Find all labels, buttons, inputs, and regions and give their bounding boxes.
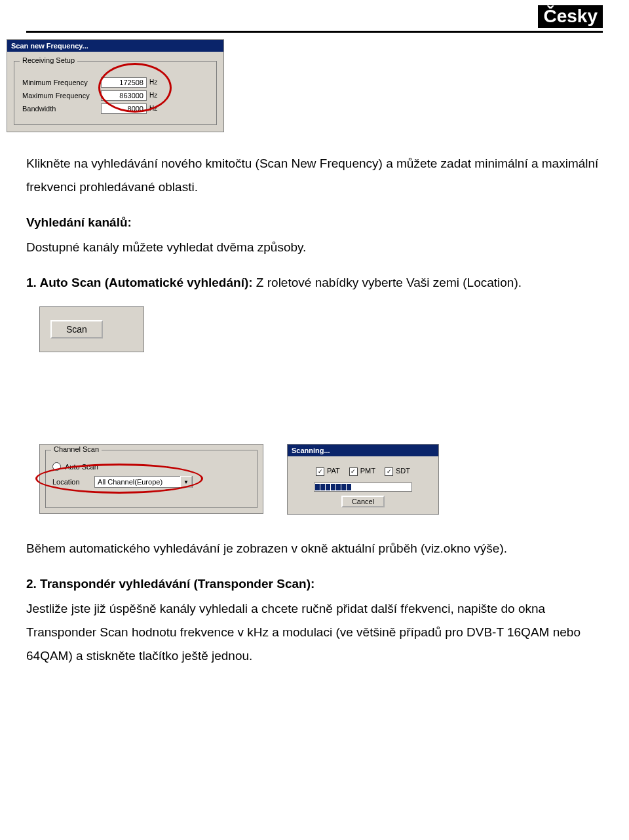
channel-scan-groupbox: Channel Scan Auto Scan Location All Chan… bbox=[45, 450, 257, 508]
sdt-check[interactable]: ✓SDT bbox=[385, 467, 410, 476]
heading-search-channels: Vyhledání kanálů: bbox=[26, 211, 603, 234]
unit-hz: Hz bbox=[149, 79, 157, 86]
channel-scan-window: Channel Scan Auto Scan Location All Chan… bbox=[39, 444, 263, 514]
scan-button-figure: Scan bbox=[39, 306, 144, 352]
check-row: ✓PAT ✓PMT ✓SDT bbox=[294, 467, 432, 476]
pmt-label: PMT bbox=[360, 467, 375, 475]
min-frequency-label: Minimum Frequency bbox=[22, 79, 101, 86]
page-header: Česky bbox=[26, 0, 603, 28]
min-frequency-row: Minimum Frequency Hz bbox=[22, 77, 208, 88]
max-frequency-row: Maximum Frequency Hz bbox=[22, 90, 208, 101]
pat-check[interactable]: ✓PAT bbox=[316, 467, 340, 476]
location-row: Location All Channel(Europe) ▼ bbox=[52, 476, 250, 488]
max-frequency-input[interactable] bbox=[101, 90, 147, 101]
scanning-body: ✓PAT ✓PMT ✓SDT Cancel bbox=[288, 456, 438, 507]
body-text: Klikněte na vyhledávání nového kmitočtu … bbox=[26, 152, 603, 295]
auto-scan-radio-label: Auto Scan bbox=[65, 463, 98, 471]
checkbox-icon: ✓ bbox=[385, 467, 393, 476]
window-title: Scan new Frequency... bbox=[7, 40, 223, 52]
paragraph: Během automatického vyhledávání je zobra… bbox=[26, 537, 603, 560]
location-label: Location bbox=[52, 478, 94, 486]
body-text: Během automatického vyhledávání je zobra… bbox=[26, 537, 603, 668]
header-divider bbox=[26, 31, 603, 33]
auto-scan-label: 1. Auto Scan (Automatické vyhledání): bbox=[26, 276, 253, 289]
location-combo-value: All Channel(Europe) bbox=[98, 478, 162, 486]
pat-label: PAT bbox=[327, 467, 340, 475]
min-frequency-input[interactable] bbox=[101, 77, 147, 88]
checkbox-icon: ✓ bbox=[316, 467, 324, 476]
max-frequency-label: Maximum Frequency bbox=[22, 92, 101, 100]
figure-row: Channel Scan Auto Scan Location All Chan… bbox=[39, 444, 603, 515]
scanning-dialog: Scanning... ✓PAT ✓PMT ✓SDT Cancel bbox=[287, 444, 439, 515]
cancel-button[interactable]: Cancel bbox=[341, 496, 385, 507]
unit-hz: Hz bbox=[149, 92, 157, 99]
scan-progress-bar bbox=[314, 483, 412, 492]
checkbox-icon: ✓ bbox=[349, 467, 358, 476]
chevron-down-icon[interactable]: ▼ bbox=[180, 476, 192, 488]
bandwidth-row: Bandwidth Hz bbox=[22, 103, 208, 114]
language-badge: Česky bbox=[538, 5, 603, 28]
location-combobox[interactable]: All Channel(Europe) ▼ bbox=[94, 476, 193, 488]
pmt-check[interactable]: ✓PMT bbox=[349, 467, 375, 476]
auto-scan-radio[interactable] bbox=[52, 462, 61, 471]
scan-new-frequency-window: Scan new Frequency... Receiving Setup Mi… bbox=[7, 39, 224, 132]
groupbox-label: Channel Scan bbox=[51, 445, 102, 453]
paragraph: Dostupné kanály můžete vyhledat dvěma zp… bbox=[26, 236, 603, 259]
sdt-label: SDT bbox=[396, 467, 410, 475]
auto-scan-desc: Z roletové nabídky vyberte Vaši zemi (Lo… bbox=[253, 276, 522, 289]
heading-transponder-scan: 2. Transpondér vyhledávání (Transponder … bbox=[26, 572, 603, 596]
receiving-setup-groupbox: Receiving Setup Minimum Frequency Hz Max… bbox=[14, 61, 217, 125]
window-title: Scanning... bbox=[288, 445, 438, 456]
bandwidth-label: Bandwidth bbox=[22, 105, 101, 113]
unit-hz: Hz bbox=[149, 105, 157, 112]
auto-scan-radio-row: Auto Scan bbox=[52, 462, 250, 471]
scan-button[interactable]: Scan bbox=[50, 320, 103, 338]
paragraph: 1. Auto Scan (Automatické vyhledání): Z … bbox=[26, 271, 603, 295]
groupbox-label: Receiving Setup bbox=[20, 56, 77, 64]
paragraph: Jestliže jste již úspěšně kanály vyhleda… bbox=[26, 597, 603, 668]
bandwidth-input[interactable] bbox=[101, 103, 147, 114]
paragraph: Klikněte na vyhledávání nového kmitočtu … bbox=[26, 152, 603, 199]
